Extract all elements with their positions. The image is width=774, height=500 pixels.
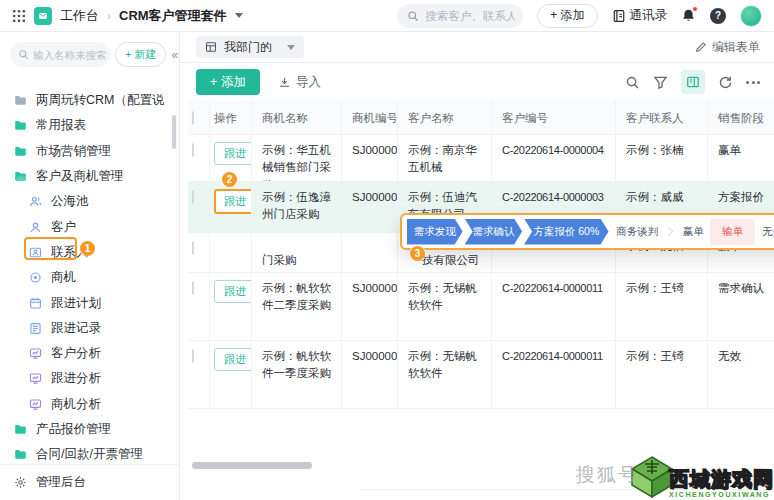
global-add-button[interactable]: + 添加 (537, 4, 597, 28)
add-record-button[interactable]: + 添加 (196, 69, 260, 95)
main-content: 我部门的 编辑表单 + 添加 导入 (180, 32, 774, 500)
sidebar-item-customers[interactable]: 客户 (0, 214, 179, 239)
column-header-customer-code: 客户编号 (492, 100, 616, 134)
edit-form-button[interactable]: 编辑表单 (695, 39, 760, 56)
search-icon (18, 49, 29, 60)
sidebar-search-box[interactable] (10, 42, 110, 67)
sidebar-item-reports[interactable]: 常用报表 (0, 113, 179, 138)
user-avatar[interactable] (740, 5, 762, 27)
workspace-app-icon[interactable] (34, 7, 52, 25)
sidebar-item-opportunity-analysis[interactable]: 商机分析 (0, 392, 179, 417)
sidebar-item-quotation-management[interactable]: 产品报价管理 (0, 417, 179, 442)
sidebar-navigation: + 新建 « 两周玩转CRM（配置说明） 常用报表 市场营销管理 客户及商机管理 (0, 32, 180, 500)
help-button[interactable]: ? (710, 8, 726, 24)
annotation-badge-1: 1 (80, 241, 95, 256)
cell-opportunity-name: 示例：帆软软件一季度采购 (252, 341, 342, 408)
contacts-directory-button[interactable]: 通讯录 (612, 7, 668, 24)
cell-customer-contact: 示例：王锜 (616, 341, 708, 408)
collapse-sidebar-icon[interactable]: « (171, 48, 178, 62)
folder-open-icon (14, 170, 27, 183)
table-view-icon (205, 41, 217, 53)
import-download-icon (278, 76, 291, 89)
analysis-chart-icon (29, 347, 42, 360)
global-search-box[interactable] (397, 4, 523, 28)
sidebar-item-public-pool[interactable]: 公海池 (0, 189, 179, 214)
followup-button-highlighted[interactable]: 跟进 (214, 189, 252, 214)
sidebar-item-guide[interactable]: 两周玩转CRM（配置说明） (0, 88, 179, 113)
followup-button[interactable]: 跟进 (214, 142, 252, 165)
cell-opportunity-name: 示例：华五机械销售部门采购 (252, 135, 342, 181)
page-title[interactable]: CRM客户管理套件 (119, 7, 227, 25)
stage-step-todo[interactable]: 商务谈判 (611, 219, 665, 245)
search-icon (407, 10, 419, 22)
folder-icon (14, 94, 27, 107)
filter-icon[interactable] (653, 75, 668, 90)
more-options-icon[interactable] (746, 81, 760, 84)
sales-stage-popup: 需求发现 需求确认 方案报价 60% 商务谈判 赢单 输单 无效 (400, 213, 774, 250)
select-all-checkbox[interactable] (192, 111, 194, 125)
refresh-icon[interactable] (718, 75, 733, 90)
table-row[interactable]: 跟进 示例：帆软软件二季度采购 SJ0000015 示例：无锡帆软软件 C-20… (188, 273, 774, 341)
admin-backend-button[interactable]: 管理后台 (0, 464, 179, 500)
column-header-opportunity-name: 商机名称 (252, 100, 342, 134)
row-checkbox[interactable] (192, 281, 194, 295)
crm-app-window: 工作台 › CRM客户管理套件 + 添加 通讯录 (0, 0, 774, 500)
calendar-icon (29, 297, 42, 310)
row-checkbox[interactable] (192, 349, 194, 363)
address-book-icon (612, 9, 626, 23)
stage-step-lost[interactable]: 输单 (711, 219, 753, 245)
column-header-opportunity-code: 商机编号 (342, 100, 398, 134)
cell-customer-contact: 示例：王锜 (616, 273, 708, 340)
followup-button[interactable]: 跟进 (214, 348, 252, 371)
sidebar-item-marketing[interactable]: 市场营销管理 (0, 139, 179, 164)
horizontal-scrollbar[interactable] (192, 462, 312, 469)
column-header-customer-contact: 客户联系人 (616, 100, 708, 134)
cell-opportunity-name: 示例：伍逸漳州门店采购 (252, 182, 342, 232)
column-header-customer-name: 客户名称 (398, 100, 492, 134)
stage-step-todo[interactable]: 赢单 (676, 219, 711, 245)
cell-opportunity-code: SJ0000014 (342, 341, 398, 408)
sidebar-item-customer-management[interactable]: 客户及商机管理 (0, 164, 179, 189)
row-checkbox[interactable] (192, 241, 194, 255)
cell-opportunity-code: SJ0000022 (342, 182, 398, 232)
import-button[interactable]: 导入 (278, 74, 321, 91)
table-row[interactable]: 跟进 示例：华五机械销售部门采购 SJ0000023 示例：南京华五机械 C-2… (188, 135, 774, 182)
gear-icon (14, 476, 27, 489)
sidebar-item-opportunities[interactable]: 商机 (0, 265, 179, 290)
user-icon (29, 221, 42, 234)
column-header-action: 操作 (210, 100, 252, 134)
breadcrumb-workspace[interactable]: 工作台 (60, 7, 99, 25)
top-navigation-bar: 工作台 › CRM客户管理套件 + 添加 通讯录 (0, 0, 774, 32)
sidebar-item-followup-analysis[interactable]: 跟进分析 (0, 366, 179, 391)
new-item-button[interactable]: + 新建 (115, 42, 166, 67)
notifications-button[interactable] (681, 8, 696, 23)
title-dropdown-caret-icon[interactable] (235, 13, 243, 18)
sidebar-search-input[interactable] (33, 49, 107, 61)
row-checkbox[interactable] (192, 143, 194, 157)
notification-badge-dot (692, 6, 698, 12)
followup-button[interactable]: 跟进 (214, 280, 252, 303)
chevron-right-icon (664, 227, 674, 237)
view-selector[interactable]: 我部门的 (196, 36, 304, 58)
card-view-toggle-icon[interactable] (681, 70, 705, 94)
opportunities-table: 操作 商机名称 商机编号 客户名称 客户编号 客户联系人 销售阶段 跟进 示例：… (188, 100, 774, 442)
stage-step-invalid[interactable]: 无效 (755, 219, 774, 245)
sidebar-item-followup-plan[interactable]: 跟进计划 (0, 290, 179, 315)
stage-step-current[interactable]: 方案报价 60% (524, 219, 608, 245)
table-row[interactable]: 跟进 示例：帆软软件一季度采购 SJ0000014 示例：无锡帆软软件 C-20… (188, 341, 774, 409)
pencil-icon (695, 41, 707, 53)
contacts-label: 通讯录 (630, 7, 668, 24)
apps-grid-icon[interactable] (12, 9, 26, 23)
stage-step-done[interactable]: 需求确认 (465, 219, 523, 245)
column-header-sales-stage: 销售阶段 (708, 100, 774, 134)
search-icon[interactable] (625, 75, 640, 90)
sidebar-scrollbar[interactable] (172, 115, 176, 149)
sidebar-item-customer-analysis[interactable]: 客户分析 (0, 341, 179, 366)
folder-icon (14, 145, 27, 158)
stage-step-done[interactable]: 需求发现 (407, 219, 463, 245)
global-search-input[interactable] (425, 10, 515, 22)
sidebar-item-followup-records[interactable]: 跟进记录 (0, 316, 179, 341)
cell-opportunity-name-partial: 门采购 (252, 233, 342, 272)
row-checkbox[interactable] (192, 190, 194, 204)
cell-sales-stage: 赢单 (708, 135, 774, 181)
